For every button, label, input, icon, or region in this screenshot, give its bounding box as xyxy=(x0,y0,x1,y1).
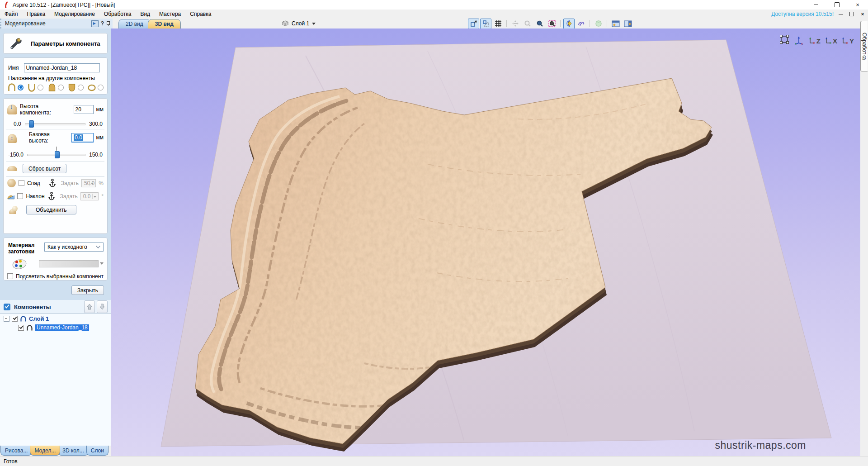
component-height-slider[interactable] xyxy=(25,120,85,127)
components-header: Компоненты xyxy=(0,300,111,314)
component-name-input[interactable] xyxy=(24,63,100,72)
chevron-down-icon xyxy=(100,262,104,266)
menu-help[interactable]: Справка xyxy=(185,10,216,19)
menu-modeling[interactable]: Моделирование xyxy=(50,10,99,19)
tilt-anchor-icon[interactable] xyxy=(48,192,55,200)
combine-subtract-option[interactable] xyxy=(27,83,43,92)
base-height-slider-thumb[interactable] xyxy=(55,151,60,158)
reset-heights-button[interactable]: Сброс высот xyxy=(23,164,66,173)
tab-clipart[interactable]: 3D кол... xyxy=(58,446,88,456)
dock-panel-icon[interactable] xyxy=(91,20,99,27)
panel-title: Параметры компонента xyxy=(31,40,100,47)
component-color-combo xyxy=(39,260,104,267)
combine-subtract-radio[interactable] xyxy=(38,85,43,90)
component-height-input[interactable] xyxy=(74,105,94,114)
combine-multiply-radio[interactable] xyxy=(98,85,104,90)
highlight-component-checkbox[interactable] xyxy=(7,273,13,279)
tile-windows-horizontal-icon[interactable] xyxy=(610,19,621,29)
combine-merge-low-icon xyxy=(67,83,76,92)
iso-view-button[interactable] xyxy=(793,34,804,45)
menu-edit[interactable]: Правка xyxy=(23,10,50,19)
snap-geometry-icon[interactable] xyxy=(480,19,491,29)
minimize-button[interactable] xyxy=(806,0,826,10)
merge-button[interactable]: Объединить xyxy=(26,205,76,214)
multi-sided-view-icon[interactable] xyxy=(576,19,587,29)
window-title: Aspire 10.512 - [Zamueco[TPC]] - [Новый] xyxy=(13,2,115,8)
combine-merge-high-option[interactable] xyxy=(47,83,64,92)
fade-icon xyxy=(7,179,16,187)
tab-modeling[interactable]: Модел... xyxy=(30,446,60,456)
components-title: Компоненты xyxy=(14,304,51,310)
combine-add-option[interactable] xyxy=(7,83,24,92)
top-view-button[interactable]: Z xyxy=(808,34,821,44)
toolbar xyxy=(468,19,633,29)
snap-objects-icon[interactable] xyxy=(468,19,479,29)
toggle-2d-3d-icon[interactable] xyxy=(563,19,575,29)
pan-view-icon[interactable] xyxy=(509,19,521,29)
fade-anchor-icon[interactable] xyxy=(49,179,56,187)
material-combo[interactable]: Как у исходного xyxy=(44,243,104,252)
axis-letter-y: Y xyxy=(849,38,854,44)
close-button[interactable]: × xyxy=(847,0,868,10)
combine-merge-low-option[interactable] xyxy=(67,83,84,92)
isometric-frame-icon[interactable] xyxy=(779,34,789,44)
selected-component-name[interactable]: Unnamed-Jordan_18 xyxy=(35,324,89,331)
layer-tree-row[interactable]: Слой 1 xyxy=(0,314,111,323)
highlight-component-label: Подсветить выбранный компонент xyxy=(16,273,104,280)
view-orientation-toolbar: Z X Y xyxy=(779,34,854,45)
components-master-checkbox[interactable] xyxy=(4,304,10,310)
menu-file[interactable]: Файл xyxy=(0,10,23,19)
combine-merge-low-radio[interactable] xyxy=(78,85,84,90)
component-visibility-checkbox[interactable] xyxy=(18,325,24,331)
combine-add-radio[interactable] xyxy=(18,85,24,90)
combine-multiply-option[interactable] xyxy=(87,83,104,92)
side-view-button[interactable]: X xyxy=(825,34,837,44)
mdi-restore-button[interactable] xyxy=(848,10,855,18)
layer-name[interactable]: Слой 1 xyxy=(29,315,49,322)
component-height-icon: ↕ xyxy=(7,105,17,114)
zoom-box-icon[interactable] xyxy=(534,19,545,29)
grid-toggle-icon[interactable] xyxy=(492,19,504,29)
layers-icon xyxy=(282,20,289,27)
move-component-up-button[interactable] xyxy=(84,300,95,313)
tilt-checkbox[interactable] xyxy=(17,193,23,199)
tab-layers[interactable]: Слои xyxy=(86,446,108,456)
base-height-slider[interactable] xyxy=(27,151,85,158)
viewport-3d[interactable]: Z X Y shustrik-maps.com xyxy=(111,29,860,456)
fade-unit: % xyxy=(99,180,104,186)
layer-dropdown[interactable]: Слой 1 xyxy=(276,19,316,29)
tab-2d-view[interactable]: 2D вид xyxy=(118,19,151,29)
base-height-unit: мм xyxy=(96,134,104,141)
tab-machining[interactable]: Обработка xyxy=(860,21,868,71)
collapse-icon[interactable] xyxy=(4,316,9,322)
help-icon[interactable]: ? xyxy=(101,20,104,27)
component-height-max: 300.0 xyxy=(89,121,103,127)
front-view-button[interactable]: Y xyxy=(841,34,854,44)
maximize-button[interactable] xyxy=(826,0,847,10)
solid-preview-icon[interactable] xyxy=(593,19,604,29)
base-height-label: Базовая высота: xyxy=(29,131,69,144)
layer-visibility-checkbox[interactable] xyxy=(12,316,18,322)
tab-drawing[interactable]: Рисова... xyxy=(0,446,32,456)
mdi-close-button[interactable]: × xyxy=(859,10,866,18)
zoom-selection-icon[interactable] xyxy=(546,19,557,29)
combine-merge-high-radio[interactable] xyxy=(58,85,64,90)
right-tab-strip: Обработка xyxy=(860,19,868,456)
mdi-minimize-button[interactable] xyxy=(837,10,844,18)
tab-3d-view[interactable]: 3D вид xyxy=(148,19,181,29)
fade-checkbox[interactable] xyxy=(19,180,24,186)
component-height-slider-thumb[interactable] xyxy=(29,120,34,128)
status-bar: Готов xyxy=(0,456,868,466)
pin-icon[interactable] xyxy=(106,21,110,26)
menu-gadgets[interactable]: Мастера xyxy=(155,10,185,19)
component-tree-row[interactable]: Unnamed-Jordan_18 xyxy=(0,323,111,332)
update-version-link[interactable]: Доступна версия 10.515! xyxy=(771,11,834,17)
base-height-input[interactable]: 0.0 xyxy=(71,133,93,143)
tile-windows-vertical-icon[interactable] xyxy=(622,19,633,29)
close-panel-button[interactable]: Закрыть xyxy=(71,285,104,295)
move-component-down-button[interactable] xyxy=(97,300,108,313)
tilt-set-button: Задать xyxy=(60,193,78,200)
menu-machining[interactable]: Обработка xyxy=(99,10,136,19)
zoom-interactive-icon[interactable] xyxy=(522,19,533,29)
menu-view[interactable]: Вид xyxy=(136,10,155,19)
